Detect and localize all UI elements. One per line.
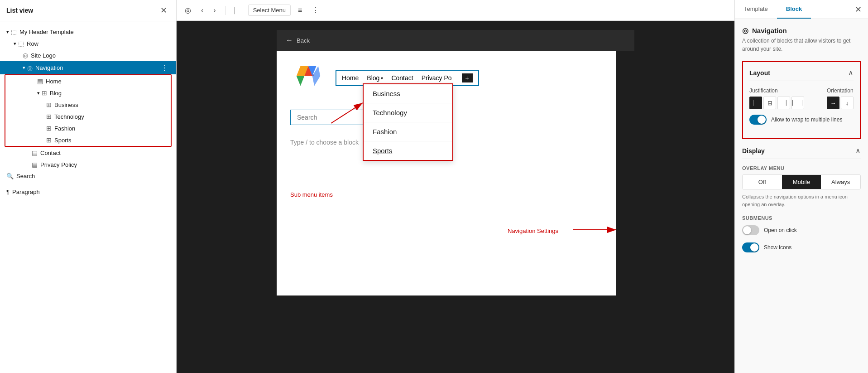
open-on-click-toggle[interactable]: [742, 225, 759, 235]
toolbar-menu-icon[interactable]: ≡: [295, 5, 305, 16]
technology-label: Technology: [54, 113, 84, 120]
display-section: Display ∧ OVERLAY MENU Off Mobile Always…: [742, 146, 861, 252]
toolbar-back-icon[interactable]: ‹: [198, 5, 206, 16]
show-icons-row: Show icons: [742, 242, 861, 252]
contact-label: Contact: [40, 150, 61, 156]
tree-item-privacy-policy[interactable]: ▤ Privacy Policy: [0, 159, 176, 170]
dropdown-business[interactable]: Business: [364, 84, 452, 103]
overlay-off-button[interactable]: Off: [743, 175, 782, 189]
wrap-toggle-row: Allow to wrap to multiple lines: [749, 115, 854, 125]
site-logo-label: Site Logo: [31, 52, 56, 59]
wrap-toggle-label: Allow to wrap to multiple lines: [771, 116, 842, 123]
show-icons-label: Show icons: [764, 244, 791, 251]
justify-right-end-button[interactable]: ⎹: [777, 97, 790, 109]
select-menu-button[interactable]: Select Menu: [248, 5, 291, 16]
justification-buttons: ⎸ ⊟ ⎹ ⎸⎹: [749, 97, 804, 109]
close-list-view-button[interactable]: ✕: [158, 5, 170, 16]
page-icon: ▤: [37, 78, 43, 85]
tree-item-my-header-template[interactable]: ▾ ⬚ My Header Template: [0, 26, 176, 38]
fashion-label: Fashion: [54, 125, 75, 132]
orient-horizontal-button[interactable]: →: [827, 97, 839, 109]
justify-left-button[interactable]: ⎸: [749, 97, 762, 109]
navigation-options-button[interactable]: ⋮: [159, 63, 170, 72]
tree-item-business[interactable]: ⊞ Business: [5, 99, 171, 111]
tab-template[interactable]: Template: [735, 0, 777, 19]
tree-item-contact[interactable]: ▤ Contact: [0, 147, 176, 159]
tree-item-blog[interactable]: ▾ ⊞ Blog: [5, 87, 171, 99]
dropdown-fashion[interactable]: Fashion: [364, 122, 452, 141]
dropdown-sports[interactable]: Sports: [364, 141, 452, 160]
tree-item-site-logo[interactable]: ◎ Site Logo: [0, 49, 176, 61]
toggle-knob: [758, 116, 766, 124]
nav-contact[interactable]: Contact: [391, 74, 413, 82]
toolbar-divider: [225, 6, 225, 15]
toolbar-align-icon[interactable]: ⎸: [232, 5, 244, 16]
sports-label: Sports: [54, 137, 72, 144]
tree-item-fashion[interactable]: ⊞ Fashion: [5, 122, 171, 134]
page-icon: ▤: [32, 149, 38, 156]
paragraph-icon: ¶: [6, 189, 10, 195]
chevron-icon: ▾: [14, 41, 16, 47]
home-label: Home: [46, 78, 62, 85]
tree-item-navigation[interactable]: ▾ ◎ Navigation ⋮: [0, 61, 176, 74]
my-header-template-label: My Header Template: [19, 29, 74, 35]
close-right-panel-button[interactable]: ✕: [849, 1, 868, 18]
search-label: Search: [16, 173, 35, 179]
dropdown-technology[interactable]: Technology: [364, 103, 452, 122]
overlay-always-button[interactable]: Always: [821, 175, 860, 189]
nav-add-button[interactable]: +: [462, 73, 473, 82]
annotation-submenu: Sub menu items: [290, 191, 333, 198]
orientation-buttons: → ↓: [827, 97, 854, 109]
toolbar-more-icon[interactable]: ⋮: [309, 4, 322, 16]
toolbar-circle-icon[interactable]: ◎: [182, 4, 194, 16]
tree-item-home[interactable]: ▤ Home: [5, 75, 171, 87]
orientation-group: Orientation → ↓: [827, 87, 854, 109]
right-panel-content: ◎ Navigation A collection of blocks that…: [735, 19, 868, 267]
open-on-click-row: Open on click: [742, 225, 861, 235]
orientation-label: Orientation: [827, 87, 854, 94]
type-hint-text: Type / to choose a block: [290, 139, 359, 146]
layout-props-row: Justification ⎸ ⊟ ⎹ ⎸⎹ Orientation → ↓: [749, 87, 854, 109]
privacy-policy-label: Privacy Policy: [40, 161, 77, 168]
nav-block-title-area: ◎ Navigation: [742, 26, 861, 35]
open-on-click-label: Open on click: [764, 227, 797, 233]
justify-space-between-button[interactable]: ⎸⎹: [791, 97, 804, 109]
back-label: Back: [297, 37, 310, 44]
row-label: Row: [27, 40, 38, 47]
submenus-label: SUBMENUS: [742, 215, 861, 221]
justification-group: Justification ⎸ ⊟ ⎹ ⎸⎹: [749, 87, 804, 109]
list-view-title: List view: [6, 7, 33, 14]
block-icon: ⊞: [46, 125, 52, 132]
back-arrow-icon: ←: [286, 36, 293, 44]
layout-collapse-button[interactable]: ∧: [848, 68, 854, 77]
tree-item-technology[interactable]: ⊞ Technology: [5, 111, 171, 122]
layout-title: Layout: [749, 69, 770, 77]
tree-item-row[interactable]: ▾ ⬚ Row: [0, 38, 176, 49]
nav-home[interactable]: Home: [342, 74, 359, 82]
template-icon: ⬚: [11, 28, 17, 35]
nav-privacy[interactable]: Privacy Po: [422, 74, 452, 82]
nav-blog[interactable]: Blog ▾: [367, 74, 383, 82]
svg-marker-2: [297, 76, 305, 86]
overlay-mobile-button[interactable]: Mobile: [782, 175, 821, 189]
tree-item-sports[interactable]: ⊞ Sports: [5, 134, 171, 146]
display-collapse-button[interactable]: ∧: [855, 146, 861, 155]
tree-item-paragraph[interactable]: ¶ Paragraph: [0, 186, 176, 198]
display-section-header: Display ∧: [742, 146, 861, 159]
paragraph-label: Paragraph: [12, 189, 40, 195]
tree-item-search[interactable]: 🔍 Search: [0, 170, 176, 182]
annotation-submenu-text: Sub menu items: [290, 191, 333, 198]
overlay-menu-label: OVERLAY MENU: [742, 165, 861, 171]
site-logo-preview: [290, 60, 326, 96]
tab-block[interactable]: Block: [777, 0, 811, 19]
chevron-icon: ▾: [23, 65, 25, 71]
orient-vertical-button[interactable]: ↓: [841, 97, 854, 109]
business-label: Business: [54, 102, 78, 108]
wrap-toggle[interactable]: [749, 115, 767, 125]
chevron-icon: ▾: [6, 29, 9, 35]
right-panel: Template Block ✕ ◎ Navigation A collecti…: [734, 0, 868, 373]
toolbar-forward-icon[interactable]: ›: [211, 5, 218, 16]
blog-submenu-box: ▤ Home ▾ ⊞ Blog ⊞ Business ⊞ Technology …: [5, 74, 172, 147]
show-icons-toggle[interactable]: [742, 242, 759, 252]
justify-center-button[interactable]: ⊟: [763, 97, 776, 109]
